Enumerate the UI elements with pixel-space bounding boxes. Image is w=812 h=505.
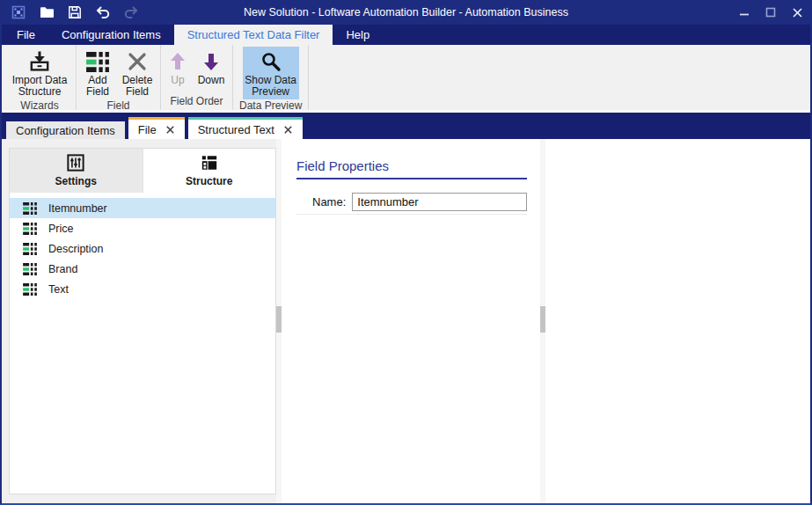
title-bar: New Solution - Loftware Automation Build… <box>2 0 810 25</box>
field-grid-icon <box>23 263 37 275</box>
delete-x-icon <box>128 48 147 75</box>
structure-icon <box>201 154 218 172</box>
close-icon[interactable] <box>165 125 175 135</box>
add-field-grid-icon <box>86 48 109 75</box>
ribbon-group-field-order: Up Down Field Order <box>161 45 233 110</box>
up-arrow-icon <box>169 48 187 75</box>
doc-tab-label: File <box>138 123 157 136</box>
name-row: Name: <box>296 193 527 215</box>
field-down-button[interactable]: Down <box>193 47 230 88</box>
open-folder-icon[interactable] <box>35 2 58 23</box>
document-tab-strip: Configuration Items File Structured Text <box>2 113 810 139</box>
scrollbar-thumb[interactable] <box>276 306 282 333</box>
save-icon[interactable] <box>63 2 86 23</box>
ribbon-group-field: Add Field Delete Field Field <box>77 45 161 110</box>
add-field-button[interactable]: Add Field <box>79 47 116 99</box>
ribbon-button-label: Show Data Preview <box>245 75 297 98</box>
doc-tab-label: Configuration Items <box>16 124 115 137</box>
field-item-label: Itemnumber <box>48 202 107 215</box>
doc-tab-file[interactable]: File <box>128 117 185 139</box>
ribbon-button-label: Import Data Structure <box>8 75 71 98</box>
delete-field-button[interactable]: Delete Field <box>117 47 157 99</box>
window-title: New Solution - Loftware Automation Build… <box>244 6 568 18</box>
redo-icon[interactable] <box>120 2 143 23</box>
show-data-preview-button[interactable]: Show Data Preview <box>243 47 299 99</box>
tab-label: Settings <box>55 175 97 187</box>
menu-tab-configuration-items[interactable]: Configuration Items <box>48 25 174 45</box>
close-button[interactable] <box>784 0 810 25</box>
ribbon: Import Data Structure Wizards Add Field … <box>2 45 810 110</box>
field-item-label: Brand <box>48 263 77 275</box>
ribbon-tab-bar: File Configuration Items Structured Text… <box>2 25 810 45</box>
doc-tab-structured-text[interactable]: Structured Text <box>188 117 303 139</box>
field-grid-icon <box>23 202 37 215</box>
menu-tab-help[interactable]: Help <box>333 25 383 45</box>
field-item-label: Price <box>48 223 73 235</box>
menu-tab-file[interactable]: File <box>4 25 48 45</box>
menu-tab-structured-text-data-filter[interactable]: Structured Text Data Filter <box>174 25 333 45</box>
minimize-button[interactable] <box>731 0 757 25</box>
close-icon[interactable] <box>283 125 293 135</box>
magnifier-icon <box>260 48 282 75</box>
field-grid-icon <box>23 283 37 296</box>
undo-icon[interactable] <box>91 2 114 23</box>
import-data-structure-button[interactable]: Import Data Structure <box>6 47 73 99</box>
import-data-icon <box>28 48 51 75</box>
field-list: Itemnumber Price Description Brand <box>10 193 275 299</box>
doc-tab-label: Structured Text <box>198 123 274 136</box>
panel-tab-bar: Settings Structure <box>10 149 275 193</box>
tab-structure[interactable]: Structure <box>143 149 276 193</box>
ribbon-button-label: Delete Field <box>119 75 156 98</box>
ribbon-button-label: Up <box>171 75 184 86</box>
ribbon-group-wizards: Import Data Structure Wizards <box>4 45 77 110</box>
preview-empty-area <box>545 139 810 503</box>
doc-tab-configuration-items[interactable]: Configuration Items <box>6 121 125 139</box>
properties-panel-scrollbar[interactable] <box>540 139 545 503</box>
tab-label: Structure <box>186 175 232 187</box>
scrollbar-thumb[interactable] <box>540 306 545 333</box>
structure-panel-box: Settings Structure Itemnumber <box>9 148 276 494</box>
field-grid-icon <box>23 223 37 235</box>
app-window: New Solution - Loftware Automation Build… <box>0 0 812 505</box>
ribbon-group-label-field-order: Field Order <box>164 95 230 110</box>
ribbon-button-label: Add Field <box>81 75 114 98</box>
app-logo-icon[interactable] <box>7 2 30 23</box>
main-content: Settings Structure Itemnumber <box>2 139 810 503</box>
field-list-item[interactable]: Text <box>10 279 275 299</box>
ribbon-button-label: Down <box>198 75 225 86</box>
left-panel-scrollbar[interactable] <box>276 139 282 503</box>
field-item-label: Text <box>48 283 69 296</box>
structure-panel: Settings Structure Itemnumber <box>2 139 276 503</box>
tab-settings[interactable]: Settings <box>10 149 143 193</box>
field-properties-panel: Field Properties Name: <box>282 139 540 503</box>
field-item-label: Description <box>48 243 104 255</box>
sliders-icon <box>67 154 84 172</box>
field-grid-icon <box>23 243 37 255</box>
field-properties-heading: Field Properties <box>296 158 527 179</box>
maximize-button[interactable] <box>757 0 784 25</box>
field-up-button[interactable]: Up <box>164 47 192 88</box>
titlebar-quick-access <box>7 2 143 23</box>
field-list-item[interactable]: Price <box>10 218 275 238</box>
window-controls <box>731 0 810 25</box>
field-list-item[interactable]: Brand <box>10 259 275 279</box>
field-list-item[interactable]: Itemnumber <box>10 198 275 218</box>
ribbon-group-data-preview: Show Data Preview Data Preview <box>233 45 309 110</box>
down-arrow-icon <box>202 48 220 75</box>
name-input[interactable] <box>352 193 527 211</box>
field-list-item[interactable]: Description <box>10 238 275 259</box>
name-label: Name: <box>312 195 346 209</box>
